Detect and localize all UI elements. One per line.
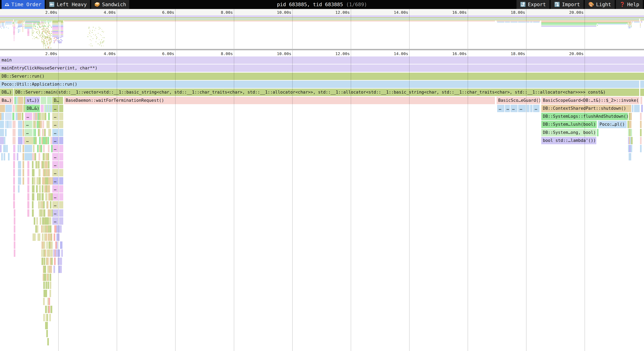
flame-frame[interactable] [18,113,21,120]
flame-frame[interactable] [20,177,21,184]
flame-frame[interactable] [8,153,10,160]
flame-frame[interactable] [50,201,52,208]
flame-frame[interactable] [55,242,57,249]
flame-frame[interactable]: DB…) [0,88,13,96]
flame-frame[interactable] [60,137,63,144]
flame-frame[interactable]: … [52,177,58,184]
flame-frame[interactable] [46,161,48,168]
flame-frame[interactable] [34,234,36,241]
flame-frame[interactable] [44,185,46,192]
flame-frame[interactable] [45,290,46,297]
flame-frame[interactable] [40,217,41,225]
flame-frame[interactable] [47,266,49,273]
flame-frame[interactable] [43,201,45,208]
flame-frame[interactable] [48,137,49,144]
flame-frame[interactable] [49,129,50,136]
flame-frame[interactable] [60,169,63,176]
flame-frame[interactable] [32,137,34,144]
flame-frame[interactable]: DB::Server::main(std::__1::vector<std::_… [14,88,639,96]
flame-frame[interactable] [1,153,3,160]
flame-frame[interactable] [58,234,60,241]
flame-frame[interactable] [54,266,55,273]
flame-frame[interactable] [5,121,12,128]
flame-frame[interactable] [49,209,51,217]
flame-frame[interactable] [12,105,15,112]
flame-frame[interactable] [12,113,14,120]
flame-frame[interactable]: … [52,153,58,160]
flame-frame[interactable] [18,177,20,184]
flame-frame[interactable] [640,113,642,120]
flame-frame[interactable] [51,306,52,313]
flame-frame[interactable] [22,177,24,184]
flame-frame[interactable] [32,161,34,168]
flame-frame[interactable] [43,169,44,176]
flame-frame[interactable]: main [0,56,644,64]
flame-frame[interactable] [630,129,632,136]
flame-frame[interactable] [60,225,62,233]
flame-frame[interactable] [50,258,51,265]
flame-frame[interactable]: … [505,105,510,112]
flame-frame[interactable] [4,137,6,144]
flame-frame[interactable] [48,113,50,120]
flame-frame[interactable] [60,161,63,168]
flame-frame[interactable] [0,105,5,112]
flame-frame[interactable] [50,290,51,297]
flame-frame[interactable] [629,113,630,120]
flame-frame[interactable] [3,145,5,152]
flame-frame[interactable] [46,153,48,160]
flame-frame[interactable]: Poco:…pl() [598,121,627,128]
flame-frame[interactable] [50,266,52,273]
flame-frame[interactable] [46,282,47,289]
flame-frame[interactable] [51,258,53,265]
flame-frame[interactable] [44,250,46,257]
flame-frame[interactable] [640,88,644,96]
flame-frame[interactable] [14,250,15,257]
flame-frame[interactable] [36,185,38,192]
light-button[interactable]: 🎨Light [585,0,615,9]
flame-frame[interactable] [47,338,49,346]
flame-frame[interactable] [33,145,34,152]
flame-frame[interactable] [44,266,45,273]
flame-frame[interactable] [44,274,45,281]
flame-frame[interactable] [46,314,47,321]
flame-frame[interactable] [58,258,59,265]
flame-frame[interactable] [51,193,53,200]
flame-frame[interactable] [48,161,50,168]
flame-frame[interactable] [43,137,44,144]
flame-frame[interactable] [2,113,4,120]
flame-frame[interactable] [39,209,40,217]
flame-frame[interactable] [24,145,32,152]
flame-frame[interactable]: … [52,169,58,176]
flame-frame[interactable] [38,121,40,128]
flame-frame[interactable] [37,225,38,233]
flame-frame[interactable] [631,137,633,144]
flame-frame[interactable] [5,113,12,120]
flame-frame[interactable] [34,129,36,136]
flame-frame[interactable] [44,217,46,225]
flame-frame[interactable] [44,153,46,160]
flame-frame[interactable] [34,177,35,184]
flame-frame[interactable] [42,193,44,200]
flame-frame[interactable]: … [52,137,58,144]
flame-frame[interactable] [49,193,50,200]
flame-frame[interactable] [60,217,63,225]
flame-frame[interactable] [640,129,642,136]
flame-frame[interactable]: DB::ContextSharedPart::shutdown() [541,105,631,112]
flame-frame[interactable] [46,258,48,265]
flame-frame[interactable] [44,177,45,184]
flame-frame[interactable] [42,209,43,217]
flame-frame[interactable] [44,242,45,249]
flame-frame[interactable] [22,153,24,160]
flame-frame[interactable] [41,250,43,257]
flame-frame[interactable] [48,298,50,305]
flame-frame[interactable] [42,185,44,192]
tab-sandwich[interactable]: 🥪Sandwich [91,0,129,9]
flame-frame[interactable] [20,169,21,176]
flame-frame[interactable] [42,161,44,168]
flame-frame[interactable] [47,201,48,208]
flame-frame[interactable] [38,234,39,241]
flame-frame[interactable] [597,129,598,136]
flame-frame[interactable] [45,113,46,120]
flame-frame[interactable] [46,137,47,144]
flame-frame[interactable] [0,137,2,144]
